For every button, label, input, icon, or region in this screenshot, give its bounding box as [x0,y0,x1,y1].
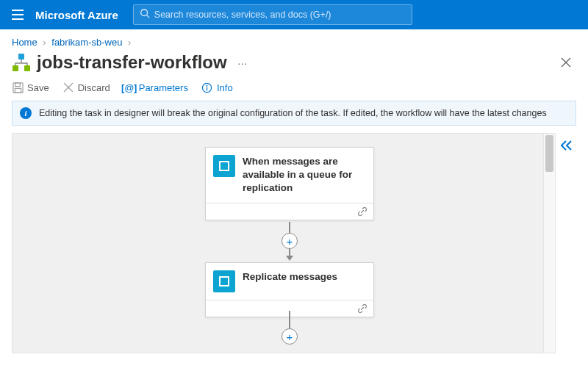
info-label: Info [217,82,233,93]
service-bus-icon [213,270,235,292]
workflow-action-node[interactable]: Replicate messages [205,262,374,317]
discard-label: Discard [78,82,110,93]
parameters-icon: [@] [123,82,135,93]
workflow-trigger-node[interactable]: When messages are available in a queue f… [205,147,374,220]
info-icon [201,82,213,93]
hamburger-menu-icon[interactable] [6,3,29,26]
chevron-right-icon: › [40,37,49,48]
breadcrumb-resource[interactable]: fabrikam-sb-weu [51,37,122,48]
parameters-button[interactable]: [@] Parameters [123,82,188,93]
discard-icon [62,82,74,93]
info-banner: i Editing the task in designer will brea… [12,101,576,126]
save-label: Save [27,82,49,93]
connector-line [289,311,290,328]
brand-label: Microsoft Azure [35,9,118,21]
workflow-node-title: When messages are available in a queue f… [243,155,366,195]
link-icon [357,206,368,217]
svg-rect-17 [207,87,207,90]
more-actions-button[interactable]: … [237,55,249,67]
svg-rect-7 [24,65,30,71]
designer-toolbar: Save Discard [@] Parameters Info [0,79,588,101]
svg-line-4 [146,15,149,18]
chevron-right-icon: › [125,37,134,48]
designer-canvas[interactable]: When messages are available in a queue f… [12,133,544,353]
svg-rect-5 [18,54,24,60]
scrollbar-thumb[interactable] [545,135,553,172]
info-banner-text: Editing the task in designer will break … [39,108,547,118]
service-bus-icon [213,155,235,177]
designer-canvas-wrap: When messages are available in a queue f… [12,133,576,353]
workflow-node-title: Replicate messages [243,270,337,284]
close-blade-button[interactable] [556,52,576,73]
page-title-row: jobs-transfer-workflow … [0,51,588,79]
svg-rect-6 [12,65,18,71]
logic-app-icon [12,53,31,72]
breadcrumb: Home › fabrikam-sb-weu › [0,29,588,51]
search-input[interactable] [154,10,406,20]
svg-rect-11 [15,82,20,86]
expand-panel-button[interactable] [556,133,576,353]
page-title: jobs-transfer-workflow [37,52,227,73]
svg-point-16 [207,84,208,86]
svg-point-3 [141,10,148,16]
arrow-down-icon [286,256,293,261]
insert-step-button[interactable]: + [282,233,298,249]
add-step-button[interactable]: + [282,328,298,345]
link-icon [357,303,368,314]
canvas-scrollbar[interactable] [544,133,556,353]
info-icon: i [20,107,32,119]
info-button[interactable]: Info [201,82,233,93]
parameters-label: Parameters [139,82,188,93]
azure-topbar: Microsoft Azure [0,0,588,29]
search-icon [140,8,150,21]
save-button[interactable]: Save [12,82,49,93]
svg-rect-12 [15,88,21,93]
breadcrumb-home[interactable]: Home [12,37,37,48]
global-search[interactable] [133,4,412,25]
save-icon [12,82,24,93]
discard-button[interactable]: Discard [62,82,110,93]
